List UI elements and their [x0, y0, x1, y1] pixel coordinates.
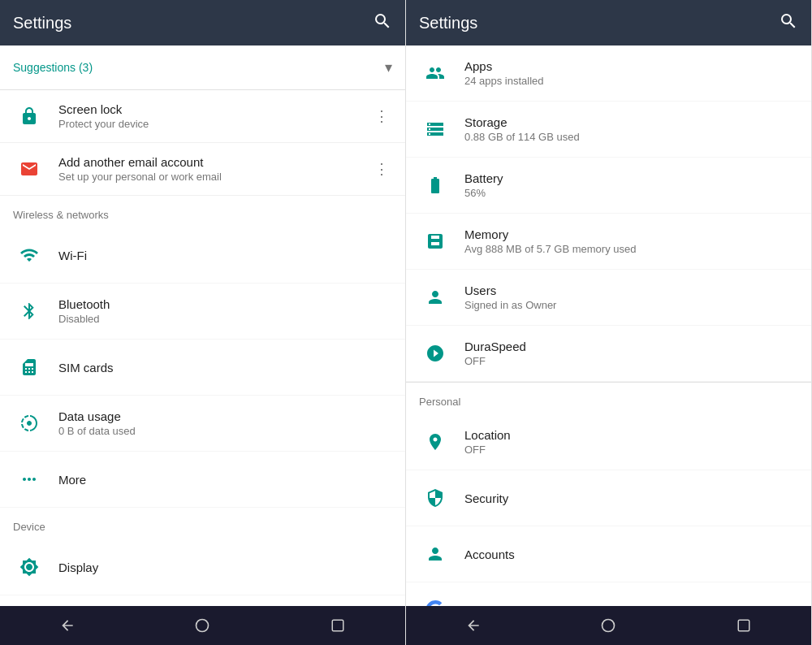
datausage-text: Data usage 0 B of data used [58, 409, 392, 437]
settings-apps[interactable]: Apps 24 apps installed [406, 45, 811, 102]
suggestions-label: Suggestions (3) [13, 61, 385, 74]
left-nav-back[interactable] [48, 606, 87, 645]
screen-lock-subtitle: Protect your device [58, 118, 371, 130]
right-nav-back[interactable] [454, 606, 493, 645]
display-icon [13, 551, 45, 583]
battery-subtitle: 56% [464, 187, 798, 199]
settings-memory[interactable]: Memory Avg 888 MB of 5.7 GB memory used [406, 214, 811, 270]
battery-title: Battery [464, 171, 798, 185]
storage-title: Storage [464, 115, 798, 129]
settings-battery[interactable]: Battery 56% [406, 158, 811, 214]
screen-lock-more[interactable]: ⋮ [371, 104, 392, 128]
suggestions-bar[interactable]: Suggestions (3) ▾ [0, 45, 405, 90]
left-header-title: Settings [13, 14, 373, 32]
right-nav-bar [406, 606, 811, 645]
suggestions-chevron[interactable]: ▾ [385, 58, 392, 76]
apps-icon [419, 57, 451, 89]
bluetooth-icon [13, 295, 45, 327]
screen-lock-title: Screen lock [58, 102, 371, 116]
device-section-header: Device [0, 508, 405, 539]
duraspeed-subtitle: OFF [464, 355, 798, 367]
battery-text: Battery 56% [464, 171, 798, 199]
left-nav-home[interactable] [183, 606, 222, 645]
location-icon [419, 426, 451, 458]
left-content: Suggestions (3) ▾ Screen lock Protect yo… [0, 45, 405, 606]
suggestion-screen-lock[interactable]: Screen lock Protect your device ⋮ [0, 90, 405, 143]
users-text: Users Signed in as Owner [464, 284, 798, 311]
datausage-icon [13, 407, 45, 439]
right-nav-home[interactable] [589, 606, 628, 645]
battery-icon [419, 169, 451, 201]
settings-datausage[interactable]: Data usage 0 B of data used [0, 396, 405, 452]
more-title: More [58, 473, 392, 487]
wifi-icon [13, 239, 45, 271]
accounts-text: Accounts [464, 548, 798, 561]
wireless-section-header: Wireless & networks [0, 196, 405, 227]
accounts-title: Accounts [464, 548, 798, 561]
memory-text: Memory Avg 888 MB of 5.7 GB memory used [464, 227, 798, 255]
settings-users[interactable]: Users Signed in as Owner [406, 270, 811, 326]
email-subtitle: Set up your personal or work email [58, 171, 371, 183]
location-title: Location [464, 428, 798, 442]
security-icon [419, 482, 451, 514]
left-nav-bar [0, 606, 405, 645]
right-header: Settings [406, 0, 811, 45]
wifi-text: Wi-Fi [58, 249, 392, 262]
simcard-icon [13, 351, 45, 383]
display-text: Display [58, 561, 392, 574]
location-text: Location OFF [464, 428, 798, 456]
location-subtitle: OFF [464, 444, 798, 456]
email-text: Add another email account Set up your pe… [58, 155, 371, 183]
suggestion-email[interactable]: Add another email account Set up your pe… [0, 143, 405, 196]
memory-subtitle: Avg 888 MB of 5.7 GB memory used [464, 243, 798, 255]
users-icon [419, 281, 451, 314]
screen-lock-text: Screen lock Protect your device [58, 102, 371, 130]
svg-rect-3 [738, 620, 749, 631]
settings-google[interactable]: Google [406, 582, 811, 606]
bluetooth-title: Bluetooth [58, 297, 392, 311]
right-search-icon[interactable] [779, 11, 798, 35]
right-header-title: Settings [419, 14, 779, 32]
apps-text: Apps 24 apps installed [464, 59, 798, 87]
simcards-text: SIM cards [58, 361, 392, 374]
svg-point-2 [603, 620, 615, 632]
duraspeed-text: DuraSpeed OFF [464, 340, 798, 367]
settings-display[interactable]: Display [0, 539, 405, 595]
settings-storage[interactable]: Storage 0.88 GB of 114 GB used [406, 102, 811, 158]
datausage-subtitle: 0 B of data used [58, 425, 392, 437]
lock-icon [13, 100, 45, 132]
apps-title: Apps [464, 59, 798, 73]
more-text: More [58, 473, 392, 487]
personal-section-header: Personal [406, 383, 811, 414]
security-title: Security [464, 491, 798, 505]
settings-more[interactable]: More [0, 452, 405, 508]
svg-point-0 [197, 620, 209, 632]
simcards-title: SIM cards [58, 361, 392, 374]
settings-wifi[interactable]: Wi-Fi [0, 227, 405, 284]
settings-location[interactable]: Location OFF [406, 414, 811, 470]
email-more[interactable]: ⋮ [371, 157, 392, 181]
settings-security[interactable]: Security [406, 470, 811, 526]
security-text: Security [464, 491, 798, 505]
right-panel: Settings Apps 24 apps installed Storage … [406, 0, 812, 645]
gmail-icon [13, 153, 45, 185]
right-nav-recents[interactable] [724, 606, 763, 645]
left-nav-recents[interactable] [318, 606, 357, 645]
right-content: Apps 24 apps installed Storage 0.88 GB o… [406, 45, 811, 606]
memory-title: Memory [464, 227, 798, 241]
users-subtitle: Signed in as Owner [464, 299, 798, 311]
wifi-title: Wi-Fi [58, 249, 392, 262]
left-search-icon[interactable] [373, 11, 392, 35]
settings-simcards[interactable]: SIM cards [0, 340, 405, 396]
storage-icon [419, 113, 451, 145]
duraspeed-icon [419, 337, 451, 370]
settings-notifications[interactable]: Notifications All apps allowed to send [0, 595, 405, 606]
apps-subtitle: 24 apps installed [464, 75, 798, 87]
settings-accounts[interactable]: Accounts [406, 526, 811, 582]
display-title: Display [58, 561, 392, 574]
email-title: Add another email account [58, 155, 371, 169]
svg-rect-1 [332, 620, 343, 631]
settings-bluetooth[interactable]: Bluetooth Disabled [0, 284, 405, 340]
duraspeed-title: DuraSpeed [464, 340, 798, 353]
settings-duraspeed[interactable]: DuraSpeed OFF [406, 326, 811, 382]
